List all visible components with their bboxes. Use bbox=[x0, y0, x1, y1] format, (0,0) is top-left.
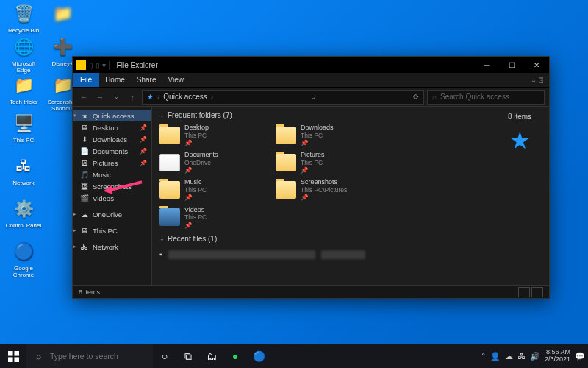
sidebar-label: Downloads bbox=[93, 135, 127, 144]
up-button[interactable]: ↑ bbox=[126, 91, 139, 104]
folder-name: Downloads bbox=[301, 124, 334, 132]
icon-glyph: 🔵 bbox=[12, 240, 35, 263]
search-input[interactable] bbox=[50, 352, 153, 361]
sidebar-label: Network bbox=[93, 243, 118, 251]
sidebar-item-screenshots[interactable]: 🖼Screenshots bbox=[73, 180, 151, 192]
icon-glyph: 🌐 bbox=[12, 35, 35, 59]
desktop-icon-recycle-bin[interactable]: 🗑️Recycle Bin bbox=[5, 2, 42, 34]
system-tray[interactable]: ˄ 👤 ☁ 🖧 🔊 8:56 AM 2/3/2021 💬 bbox=[481, 349, 588, 364]
icon-label: Recycle Bin bbox=[5, 27, 42, 34]
tray-date: 2/3/2021 bbox=[545, 356, 570, 364]
pin-icon: 📌 bbox=[140, 148, 147, 155]
sidebar-item-videos[interactable]: 🎬Videos bbox=[73, 192, 151, 204]
icon-label: Microsoft Edge bbox=[5, 60, 42, 74]
sidebar-label: Documents bbox=[93, 147, 128, 155]
taskbar-search[interactable]: ⌕ bbox=[26, 344, 153, 368]
folder-pictures[interactable]: PicturesThis PC📌 bbox=[276, 151, 379, 174]
tray-volume-icon[interactable]: 🔊 bbox=[530, 352, 540, 361]
taskbar-explorer[interactable]: 🗂 bbox=[200, 344, 223, 368]
task-view-button[interactable]: ⧉ bbox=[176, 344, 200, 368]
qat-divider: ▯ ▯ ▾ │ bbox=[89, 61, 112, 69]
chevron-icon: ▸ bbox=[74, 244, 76, 250]
sidebar-label: Pictures bbox=[93, 159, 118, 167]
folder-videos[interactable]: VideosThis PC📌 bbox=[159, 206, 262, 229]
sidebar-item-this-pc[interactable]: ▸🖥This PC bbox=[73, 224, 151, 236]
folder-desktop[interactable]: DesktopThis PC📌 bbox=[159, 124, 262, 146]
view-tab[interactable]: View bbox=[162, 74, 190, 86]
desktop-icon-network[interactable]: 🖧Network bbox=[5, 155, 42, 186]
svg-rect-2 bbox=[8, 357, 13, 362]
recent-path-blurred bbox=[321, 250, 365, 259]
recent-title: Recent files (1) bbox=[168, 235, 217, 243]
maximize-button[interactable]: ☐ bbox=[499, 57, 524, 73]
share-tab[interactable]: Share bbox=[131, 74, 162, 86]
titlebar[interactable]: ▯ ▯ ▾ │ File Explorer ─ ☐ ✕ bbox=[73, 57, 549, 73]
sidebar-label: This PC bbox=[93, 227, 118, 235]
chevron-down-icon: ⌄ bbox=[159, 112, 165, 118]
recent-dropdown[interactable]: ⌄ bbox=[110, 91, 123, 104]
action-center-icon[interactable]: 💬 bbox=[575, 352, 585, 361]
refresh-button[interactable]: ⟳ bbox=[413, 93, 419, 101]
sidebar-label: Screenshots bbox=[93, 183, 132, 191]
desktop-icon-control-panel[interactable]: ⚙️Control Panel bbox=[5, 197, 42, 229]
sidebar-label: Videos bbox=[93, 194, 114, 202]
folder-music[interactable]: MusicThis PC📌 bbox=[159, 178, 262, 201]
sidebar-icon: 🖼 bbox=[80, 182, 89, 191]
folder-location: This PC bbox=[184, 132, 209, 139]
explorer-icon bbox=[76, 60, 86, 70]
address-bar[interactable]: ★ › Quick access › ⌄ ⟳ bbox=[142, 90, 424, 105]
pin-icon: 📌 bbox=[140, 124, 147, 131]
sidebar-item-music[interactable]: 🎵Music bbox=[73, 169, 151, 180]
icons-view-button[interactable] bbox=[531, 287, 543, 297]
tray-clock[interactable]: 8:56 AM 2/3/2021 bbox=[545, 349, 570, 364]
ribbon-expand[interactable]: ⌄ ⍰ bbox=[525, 76, 549, 84]
folder-name: Music bbox=[184, 178, 207, 186]
folder-icon bbox=[276, 154, 296, 171]
desktop-icon-blurred[interactable]: 📁 bbox=[44, 2, 81, 27]
recent-file-row[interactable]: ▪ bbox=[159, 247, 483, 262]
recent-filename-blurred bbox=[168, 250, 315, 259]
sidebar-icon: ☁ bbox=[80, 210, 89, 219]
close-button[interactable]: ✕ bbox=[524, 57, 549, 73]
tray-network-icon[interactable]: 🖧 bbox=[517, 352, 526, 361]
sidebar-item-onedrive[interactable]: ▸☁OneDrive bbox=[73, 208, 151, 220]
minimize-button[interactable]: ─ bbox=[474, 57, 499, 73]
tray-onedrive[interactable]: ☁ bbox=[505, 352, 513, 361]
cortana-button[interactable]: ○ bbox=[153, 344, 176, 368]
icon-glyph: 🖥️ bbox=[12, 112, 35, 135]
folder-screenshots[interactable]: ScreenshotsThis PC\Pictures📌 bbox=[276, 178, 379, 201]
svg-rect-3 bbox=[14, 357, 19, 362]
back-button[interactable]: ← bbox=[77, 91, 90, 104]
sidebar-item-pictures[interactable]: 🖼Pictures📌 bbox=[73, 157, 151, 169]
desktop-icon-tech-tricks[interactable]: 📁Tech tricks bbox=[5, 74, 42, 105]
desktop-icon-microsoft-edge[interactable]: 🌐Microsoft Edge bbox=[5, 35, 42, 74]
start-button[interactable] bbox=[0, 344, 26, 368]
details-view-button[interactable] bbox=[518, 287, 530, 297]
taskbar-chrome[interactable]: 🔵 bbox=[247, 344, 270, 368]
taskbar-spotify[interactable]: ● bbox=[223, 344, 247, 368]
address-dropdown[interactable]: ⌄ bbox=[310, 93, 316, 101]
tray-chevron[interactable]: ˄ bbox=[481, 352, 486, 361]
sidebar-item-desktop[interactable]: 🖥Desktop📌 bbox=[73, 121, 151, 133]
sidebar-item-network[interactable]: ▸🖧Network bbox=[73, 241, 151, 252]
search-box[interactable]: ⌕ Search Quick access bbox=[427, 90, 545, 105]
forward-button[interactable]: → bbox=[93, 91, 107, 104]
status-bar: 8 items bbox=[73, 285, 549, 298]
pin-indicator: 📌 bbox=[184, 194, 207, 201]
desktop-icon-this-pc[interactable]: 🖥️This PC bbox=[5, 112, 42, 144]
svg-rect-0 bbox=[8, 351, 13, 356]
frequent-header[interactable]: ⌄ Frequent folders (7) bbox=[159, 111, 483, 119]
file-icon: ▪ bbox=[159, 250, 162, 258]
sidebar-item-downloads[interactable]: ⬇Downloads📌 bbox=[73, 133, 151, 145]
file-tab[interactable]: File bbox=[73, 73, 99, 87]
sidebar-label: Desktop bbox=[93, 124, 118, 132]
recent-header[interactable]: ⌄ Recent files (1) bbox=[159, 235, 483, 243]
sidebar-item-documents[interactable]: 📄Documents📌 bbox=[73, 145, 151, 157]
sidebar-item-quick-access[interactable]: ▾★Quick access bbox=[73, 110, 151, 121]
folder-downloads[interactable]: DownloadsThis PC📌 bbox=[276, 124, 379, 146]
home-tab[interactable]: Home bbox=[99, 74, 131, 86]
tray-people[interactable]: 👤 bbox=[490, 352, 501, 361]
desktop-icon-google-chrome[interactable]: 🔵Google Chrome bbox=[5, 240, 42, 278]
pin-indicator: 📌 bbox=[301, 194, 347, 201]
folder-documents[interactable]: DocumentsOneDrive📌 bbox=[159, 151, 262, 174]
